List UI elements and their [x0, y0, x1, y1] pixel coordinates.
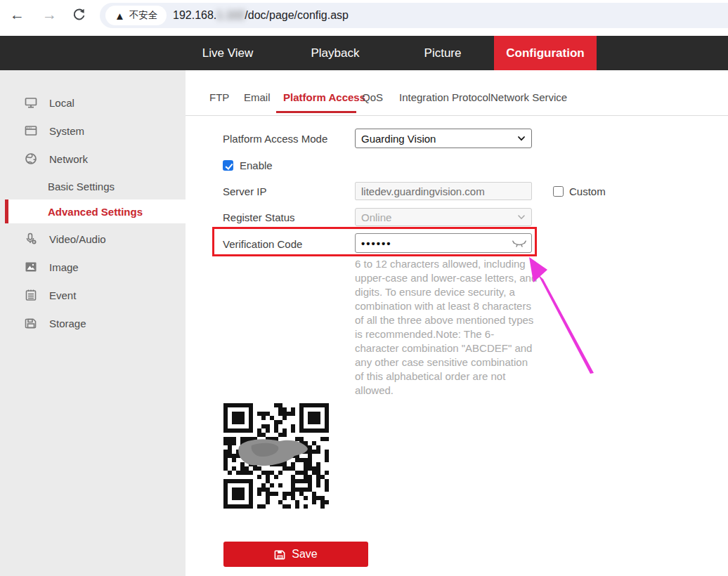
security-chip[interactable]: ▲︎ 不安全 — [105, 6, 167, 25]
sidebar-item-basic-settings[interactable]: Basic Settings — [0, 174, 186, 198]
tab-picture[interactable]: Picture — [424, 36, 462, 70]
sidebar-item-image[interactable]: Image — [0, 255, 186, 279]
save-button[interactable]: Save — [223, 542, 368, 567]
server-ip-label: Server IP — [223, 185, 267, 197]
subtab-network-service[interactable]: Network Service — [490, 91, 567, 103]
sidebar: Local System Network Basic Settings Adva… — [0, 70, 186, 576]
url-redacted-part: 1.102 — [216, 9, 245, 22]
device-qr-code — [223, 403, 329, 509]
sidebar-item-storage[interactable]: Storage — [0, 311, 186, 335]
picture-icon — [24, 260, 38, 274]
verification-code-input[interactable]: •••••• — [355, 233, 532, 253]
browser-toolbar: ← → ▲︎ 不安全 192.168.1.102/doc/page/config… — [0, 0, 728, 36]
monitor-icon — [24, 96, 38, 110]
floppy-icon — [24, 316, 38, 330]
subtab-qos[interactable]: QoS — [362, 91, 383, 103]
subtab-email[interactable]: Email — [244, 91, 271, 103]
subtab-divider — [186, 115, 728, 116]
eye-closed-icon[interactable] — [512, 238, 526, 248]
server-ip-input[interactable]: litedev.guardingvision.com — [355, 182, 532, 200]
notepad-icon — [24, 288, 38, 302]
sidebar-item-network[interactable]: Network — [0, 147, 186, 171]
reload-icon[interactable] — [72, 8, 86, 22]
sidebar-item-local[interactable]: Local — [0, 91, 186, 114]
verification-code-hint: 6 to 12 characters allowed, including up… — [355, 257, 538, 398]
warning-icon: ▲︎ — [115, 10, 125, 22]
sidebar-item-advanced-settings[interactable]: Advanced Settings — [5, 199, 186, 223]
address-bar[interactable]: ▲︎ 不安全 192.168.1.102/doc/page/config.asp — [100, 3, 728, 28]
forward-icon[interactable]: → — [42, 6, 57, 23]
url-text[interactable]: 192.168.1.102/doc/page/config.asp — [173, 3, 349, 28]
window-icon — [24, 124, 38, 138]
sidebar-item-system[interactable]: System — [0, 119, 186, 143]
enable-label: Enable — [240, 159, 273, 171]
chevron-down-icon — [517, 134, 526, 143]
tab-configuration[interactable]: Configuration — [494, 36, 597, 70]
custom-label: Custom — [569, 185, 606, 197]
subtab-ftp[interactable]: FTP — [209, 91, 229, 103]
globe-icon — [24, 152, 38, 166]
subtab-integration-protocol[interactable]: Integration Protocol — [399, 91, 490, 103]
qr-redaction-blob — [223, 403, 329, 509]
tab-playback[interactable]: Playback — [311, 36, 360, 70]
tab-live-view[interactable]: Live View — [202, 36, 253, 70]
register-status-select[interactable]: Online — [355, 208, 532, 226]
custom-checkbox[interactable] — [553, 186, 564, 197]
microphone-icon — [24, 232, 38, 246]
main-nav: Live View Playback Picture Configuration — [0, 36, 728, 70]
enable-checkbox[interactable] — [223, 160, 233, 171]
save-floppy-icon — [274, 549, 286, 561]
active-subtab-underline — [276, 111, 356, 113]
sidebar-item-event[interactable]: Event — [0, 283, 186, 307]
subtab-platform-access[interactable]: Platform Access — [283, 91, 365, 103]
sidebar-item-video-audio[interactable]: Video/Audio — [0, 227, 186, 251]
platform-access-mode-select[interactable]: Guarding Vision — [355, 129, 532, 148]
chevron-down-icon — [517, 213, 526, 221]
security-label: 不安全 — [129, 9, 158, 22]
verification-code-label: Verification Code — [223, 238, 302, 250]
back-icon[interactable]: ← — [10, 6, 25, 23]
register-status-label: Register Status — [223, 211, 295, 223]
platform-access-mode-label: Platform Access Mode — [223, 133, 327, 145]
